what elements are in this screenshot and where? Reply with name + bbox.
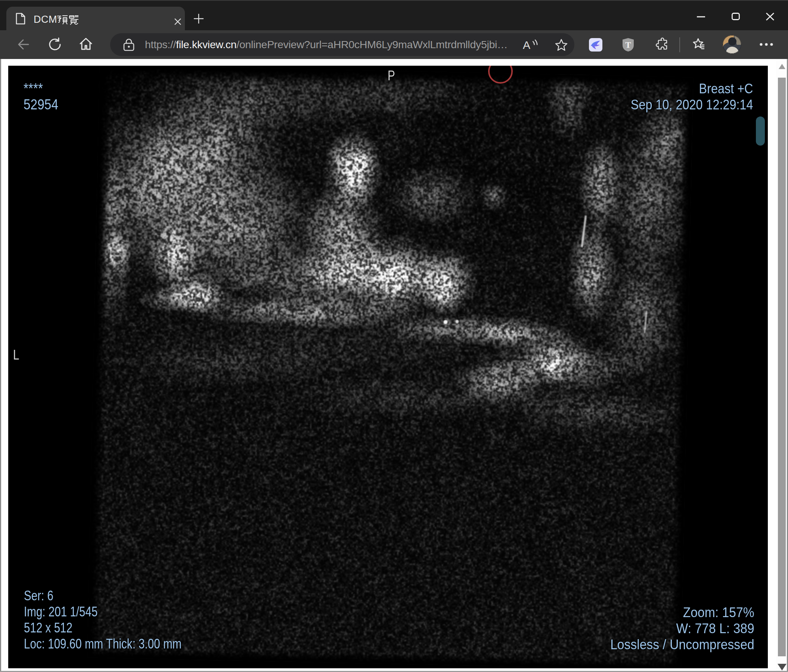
svg-text:A: A bbox=[523, 39, 530, 51]
svg-text:T: T bbox=[625, 40, 631, 50]
